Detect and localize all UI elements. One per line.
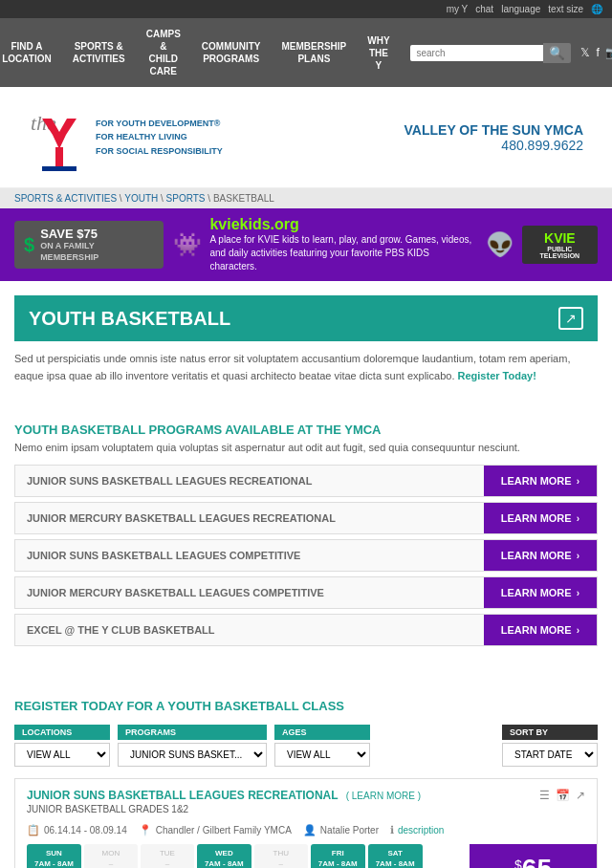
breadcrumb-sports[interactable]: SPORTS & ACTIVITIES — [14, 193, 117, 204]
day-pill-mon: MON– — [84, 844, 138, 868]
day-time: 7AM - 8AM — [34, 859, 74, 868]
kvie-char-left: 👾 — [173, 231, 202, 258]
learn-more-button-1[interactable]: LEARN MORE › — [484, 503, 597, 533]
facebook-icon[interactable]: f — [596, 46, 599, 59]
site-header: the FOR YOUTH DEVELOPMENT® FOR HEALTHY L… — [0, 87, 612, 188]
program-row-jr-suns-rec: JUNIOR SUNS BASKETBALL LEAGUES RECREATIO… — [14, 465, 598, 497]
card-body: SUN7AM - 8AMMON–TUE–WED7AM - 8AMTHU–FRI7… — [15, 844, 597, 868]
register-today-link[interactable]: Register Today! — [458, 370, 536, 381]
sort-label: SORT BY — [502, 725, 598, 740]
class-cards-container: JUNIOR SUNS BASKETBALL LEAGUES RECREATIO… — [14, 778, 598, 868]
my-y-link[interactable]: my Y — [447, 4, 469, 14]
register-title: REGISTER TODAY FOR A YOUTH BASKETBALL CL… — [14, 699, 598, 713]
day-time: – — [148, 859, 186, 868]
tagline: FOR YOUTH DEVELOPMENT® FOR HEALTHY LIVIN… — [96, 117, 223, 158]
save-promo: $ SAVE $75 ON A FAMILY MEMBERSHIP — [14, 221, 164, 269]
top-bar: my Y chat language text size 🌐 — [0, 0, 612, 18]
sort-select[interactable]: START DATE — [502, 743, 598, 767]
ages-filter: AGES VIEW ALL — [274, 725, 370, 767]
day-name: WED — [205, 849, 244, 857]
calendar-icon[interactable]: 📅 — [556, 789, 570, 802]
breadcrumb-sports2[interactable]: SPORTS — [166, 193, 206, 204]
chat-link[interactable]: chat — [475, 4, 493, 14]
nav-why-the-y[interactable]: WHY THE Y — [358, 31, 399, 76]
register-section: REGISTER TODAY FOR A YOUTH BASKETBALL CL… — [14, 684, 598, 868]
kvie-url: kviekids.org — [209, 216, 477, 233]
breadcrumb-basketball: BASKETBALL — [213, 193, 274, 204]
day-name: SUN — [34, 849, 74, 857]
ages-select[interactable]: VIEW ALL — [274, 743, 370, 767]
price-amount: $65 — [514, 854, 552, 868]
ymca-logo: the — [29, 101, 91, 173]
nav-community-programs[interactable]: COMMUNITY PROGRAMS — [192, 36, 271, 69]
list-icon[interactable]: ☰ — [539, 789, 550, 802]
day-pill-sat: SAT7AM - 8AM — [368, 844, 423, 868]
svg-rect-3 — [42, 166, 76, 171]
person-icon: 👤 — [303, 824, 317, 836]
save-text: SAVE $75 — [40, 227, 154, 241]
program-row-excel-club: EXCEL @ THE Y CLUB BASKETBALL LEARN MORE… — [14, 614, 598, 646]
language-link[interactable]: language — [501, 4, 540, 14]
day-name: THU — [262, 849, 300, 857]
learn-more-button-3[interactable]: LEARN MORE › — [484, 577, 597, 608]
learn-more-button-4[interactable]: LEARN MORE › — [484, 615, 597, 645]
search-input[interactable] — [410, 45, 543, 61]
filters-bar: LOCATIONS VIEW ALL PROGRAMS JUNIOR SUNS … — [14, 725, 598, 767]
dates-text: 06.14.14 - 08.09.14 — [44, 825, 127, 835]
learn-more-button-2[interactable]: LEARN MORE › — [484, 540, 597, 571]
locations-select[interactable]: VIEW ALL — [14, 743, 110, 767]
ages-label: AGES — [274, 725, 370, 740]
price-number: 65 — [522, 854, 552, 868]
nav-sports-activities[interactable]: SPORTS & ACTIVITIES — [63, 36, 135, 69]
instagram-icon[interactable]: 📷 — [605, 46, 612, 59]
day-name: FRI — [318, 849, 358, 857]
class-location: 📍 Chandler / Gilbert Family YMCA — [139, 824, 292, 836]
class-description-link[interactable]: ℹ description — [390, 824, 444, 836]
class-action-icons: ☰ 📅 ↗ — [539, 789, 585, 802]
day-time: 7AM - 8AM — [318, 859, 358, 868]
program-label: EXCEL @ THE Y CLUB BASKETBALL — [15, 615, 484, 645]
yb-title: YOUTH BASKETBALL — [29, 308, 230, 330]
yb-header: YOUTH BASKETBALL ↗ — [14, 295, 598, 341]
dollar-icon: $ — [24, 234, 34, 256]
class-subtitle: JUNIOR BASKETBALL GRADES 1&2 — [27, 804, 421, 814]
desc-text: description — [398, 825, 444, 835]
programs-filter: PROGRAMS JUNIOR SUNS BASKET... — [118, 725, 267, 767]
day-pill-thu: THU– — [254, 844, 308, 868]
nav-membership-plans[interactable]: MEMBERSHIP PLANS — [273, 36, 357, 69]
day-pill-sun: SUN7AM - 8AM — [27, 844, 81, 868]
text-size-link[interactable]: text size — [548, 4, 583, 14]
programs-section: YOUTH BASKETBALL PROGRAMS AVAILABLE AT T… — [14, 408, 598, 665]
search-button[interactable]: 🔍 — [543, 43, 571, 63]
class-title: JUNIOR SUNS BASKETBALL LEAGUES RECREATIO… — [27, 789, 421, 802]
kvie-desc2: and daily activities featuring your favo… — [209, 247, 477, 273]
kvie-brand: KVIE PUBLIC TELEVISION — [522, 226, 598, 264]
class-learn-more-link[interactable]: ( learn more ) — [346, 791, 421, 801]
chevron-right-icon: › — [577, 551, 579, 561]
nav-find-location[interactable]: FIND A LOCATION — [0, 36, 61, 69]
program-label: JUNIOR SUNS BASKETBALL LEAGUES RECREATIO… — [15, 466, 484, 496]
twitter-icon[interactable]: 𝕏 — [580, 46, 590, 59]
svg-rect-2 — [55, 147, 63, 168]
class-card-header: JUNIOR SUNS BASKETBALL LEAGUES RECREATIO… — [15, 779, 597, 820]
share-icon[interactable]: ↗ — [558, 307, 583, 330]
social-links: 𝕏 f 📷 — [580, 46, 612, 59]
nav-camps-childcare[interactable]: CAMPS & CHILD CARE — [137, 24, 190, 81]
logo-area: the FOR YOUTH DEVELOPMENT® FOR HEALTHY L… — [29, 101, 223, 173]
locations-label: LOCATIONS — [14, 725, 110, 740]
price-signup: $65 MEMBER PRICING $90 Non-Member Pricin… — [470, 844, 597, 868]
learn-more-button-0[interactable]: LEARN MORE › — [484, 466, 597, 496]
chevron-right-icon: › — [577, 476, 579, 487]
search-form: 🔍 — [410, 43, 571, 63]
chevron-right-icon: › — [577, 513, 579, 524]
programs-title: YOUTH BASKETBALL PROGRAMS AVAILABLE AT T… — [14, 423, 598, 437]
breadcrumb-youth[interactable]: YOUTH — [124, 193, 158, 204]
program-label: JUNIOR MERCURY BASKETBALL LEAGUES RECREA… — [15, 503, 484, 533]
programs-select[interactable]: JUNIOR SUNS BASKET... — [118, 743, 267, 767]
instructor-text: Natalie Porter — [320, 825, 379, 835]
share-icon[interactable]: ↗ — [576, 789, 585, 802]
program-label: JUNIOR MERCURY BASKETBALL LEAGUES COMPET… — [15, 577, 484, 608]
sort-filter: SORT BY START DATE — [502, 725, 598, 767]
class-meta: 📋 06.14.14 - 08.09.14 📍 Chandler / Gilbe… — [15, 820, 597, 844]
day-pill-tue: TUE– — [141, 844, 194, 868]
